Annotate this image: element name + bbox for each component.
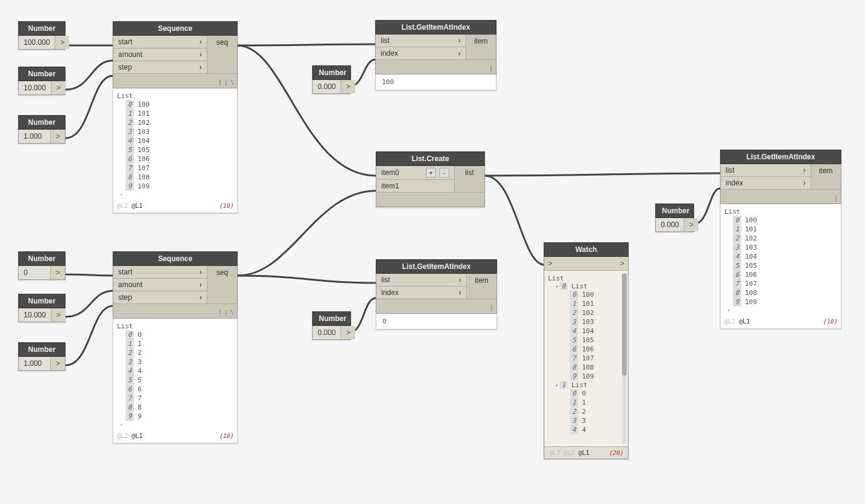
number-value[interactable]: 0.000 — [656, 218, 684, 231]
number-value[interactable]: 1.000 — [19, 357, 50, 370]
lacing-icon: | — [489, 65, 492, 71]
number-value[interactable]: 10.000 — [19, 308, 51, 322]
number-node-9[interactable]: Number 0.000 > — [655, 204, 694, 232]
watch-input-port[interactable]: > — [548, 259, 552, 268]
list-item: 44 — [125, 366, 233, 376]
chevron-right-icon: › — [803, 179, 806, 187]
list-create-node[interactable]: List.Create item0 + - item1 list — [376, 151, 485, 207]
preview-panel: List 00112233445566778899 • @L2 @L1 {10} — [113, 319, 238, 443]
sequence-node-1[interactable]: Sequence start› amount› step› seq | | \ … — [113, 21, 238, 213]
sequence-node-2[interactable]: Sequence start› amount› step› seq | | \ … — [113, 251, 238, 443]
list-item: 77 — [125, 394, 233, 403]
number-output-chevron[interactable]: > — [341, 80, 355, 93]
list-levels: @L2 @L1 — [117, 433, 142, 439]
list-item: 7107 — [570, 354, 626, 363]
output-port[interactable]: item — [466, 35, 496, 59]
get-item-node-3[interactable]: List.GetItemAtIndex list› index› item | … — [720, 150, 841, 329]
number-node-1[interactable]: Number 100.000 > — [18, 21, 65, 50]
number-node-6[interactable]: Number 1.000 > — [18, 342, 65, 371]
node-title: List.Create — [376, 151, 485, 166]
watch-output-port[interactable]: > — [620, 259, 624, 268]
list-item: 1101 — [125, 109, 233, 118]
output-port[interactable]: item — [466, 274, 496, 299]
number-node-4[interactable]: Number 0 > — [18, 251, 65, 280]
preview-panel: List 01001101210231034104510561067107810… — [113, 88, 238, 213]
node-title: Watch — [544, 242, 629, 257]
number-node-3[interactable]: Number 1.000 > — [18, 115, 65, 144]
number-output-chevron[interactable]: > — [55, 36, 69, 49]
list-item: 4104 — [570, 327, 626, 336]
node-title: Number — [312, 311, 351, 326]
port-index[interactable]: index› — [376, 47, 466, 59]
list-item: 6106 — [570, 345, 626, 354]
list-item: 9109 — [125, 182, 233, 191]
remove-input-button[interactable]: - — [439, 168, 449, 177]
number-value[interactable]: 0.000 — [313, 80, 341, 93]
port-item1[interactable]: item1 — [376, 180, 454, 192]
lacing-icon: | | \ — [218, 309, 233, 316]
list-levels: @L2 @L1 — [117, 202, 142, 209]
port-start[interactable]: start› — [113, 36, 207, 48]
number-node-7[interactable]: Number 0.000 > — [312, 65, 351, 94]
chevron-right-icon: › — [803, 166, 806, 174]
chevron-right-icon: › — [199, 63, 202, 71]
scrollbar[interactable] — [622, 273, 627, 444]
number-node-8[interactable]: Number 0.000 > — [312, 311, 351, 340]
list-item: 2102 — [570, 308, 626, 317]
number-output-chevron[interactable]: > — [50, 266, 65, 279]
chevron-right-icon: › — [459, 288, 461, 297]
number-value[interactable]: 10.000 — [19, 81, 51, 94]
port-item0[interactable]: item0 + - — [376, 166, 454, 180]
list-item: 6106 — [733, 270, 837, 279]
output-port[interactable]: item — [810, 164, 841, 189]
output-port[interactable]: list — [454, 166, 484, 192]
output-port[interactable]: seq — [207, 266, 237, 303]
port-list[interactable]: list› — [376, 35, 466, 47]
number-output-chevron[interactable]: > — [50, 130, 65, 143]
number-output-chevron[interactable]: > — [684, 218, 698, 231]
port-list[interactable]: list› — [376, 274, 466, 287]
list-item: 5105 — [570, 336, 626, 345]
port-list[interactable]: list› — [721, 164, 810, 177]
port-step[interactable]: step› — [113, 291, 207, 303]
list-item: 7107 — [733, 279, 837, 288]
port-index[interactable]: index› — [721, 177, 810, 189]
list-levels: @L2 @L1 — [724, 318, 750, 325]
port-index[interactable]: index› — [376, 287, 466, 299]
port-amount[interactable]: amount› — [113, 48, 207, 61]
expand-icon[interactable]: ▾ — [555, 284, 558, 290]
port-start[interactable]: start› — [113, 266, 207, 279]
watch-content: List ▾0 List 010011012102310341045105610… — [544, 271, 628, 446]
list-item: 44 — [570, 425, 626, 434]
number-output-chevron[interactable]: > — [341, 326, 355, 339]
number-value[interactable]: 0 — [19, 266, 50, 279]
list-item: 8108 — [570, 363, 626, 372]
number-node-5[interactable]: Number 10.000 > — [18, 294, 65, 322]
list-item: 0100 — [570, 290, 626, 299]
list-item: 2102 — [733, 234, 837, 243]
get-item-node-1[interactable]: List.GetItemAtIndex list› index› item | … — [375, 20, 496, 90]
number-value[interactable]: 0.000 — [313, 326, 341, 339]
list-item: 5105 — [125, 145, 233, 154]
port-amount[interactable]: amount› — [113, 279, 207, 291]
add-input-button[interactable]: + — [426, 168, 436, 177]
expand-icon[interactable]: ▾ — [555, 382, 558, 388]
number-output-chevron[interactable]: > — [51, 308, 65, 322]
number-value[interactable]: 1.000 — [19, 130, 50, 143]
node-title: List.GetItemAtIndex — [375, 20, 496, 35]
node-title: Number — [18, 251, 65, 266]
get-item-node-2[interactable]: List.GetItemAtIndex list› index› item | … — [376, 259, 497, 330]
port-step[interactable]: step› — [113, 61, 207, 73]
number-output-chevron[interactable]: > — [51, 81, 65, 94]
number-value[interactable]: 100.000 — [19, 36, 55, 49]
watch-node[interactable]: Watch > > List ▾0 List 01001101210231034… — [544, 242, 629, 459]
list-item: 55 — [125, 376, 233, 385]
number-node-2[interactable]: Number 10.000 > — [18, 67, 65, 95]
number-output-chevron[interactable]: > — [50, 357, 65, 370]
output-port[interactable]: seq — [207, 36, 237, 73]
node-title: Number — [18, 342, 65, 357]
list-item: 1101 — [733, 225, 837, 234]
list-item: 0100 — [733, 216, 837, 225]
list-item: 4104 — [125, 136, 233, 145]
list-item: 8108 — [733, 288, 837, 297]
